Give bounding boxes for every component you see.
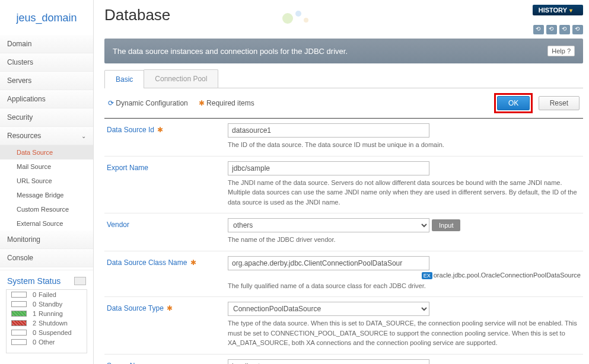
nav-clusters[interactable]: Clusters — [0, 53, 93, 72]
label-ds-type: Data Source Type ✱ — [107, 302, 219, 348]
desc-class-name: The fully qualified name of a data sourc… — [228, 281, 581, 291]
nav-monitoring[interactable]: Monitoring — [0, 231, 93, 249]
nav-servers[interactable]: Servers — [0, 72, 93, 90]
input-class-name[interactable] — [228, 256, 429, 270]
nav-domain[interactable]: Domain — [0, 35, 93, 53]
example-class-name: EXoracle.jdbc.pool.OracleConnectionPoolD… — [228, 272, 581, 279]
desc-vendor: The name of the JDBC driver vendor. — [228, 235, 581, 245]
select-ds-type[interactable]: ConnectionPoolDataSource — [228, 302, 429, 316]
input-export-name[interactable] — [228, 161, 429, 175]
help-button[interactable]: Help ? — [547, 46, 575, 56]
decorative-bubbles — [282, 8, 308, 24]
monitor-icon[interactable] — [74, 277, 86, 285]
required-legend: ✱ Required items — [199, 99, 254, 107]
select-vendor[interactable]: others — [228, 218, 429, 232]
label-server-name: Server Name — [107, 359, 219, 365]
ok-button[interactable]: OK — [497, 96, 530, 110]
page-banner: The data source instances and connection… — [104, 39, 583, 63]
refresh-icon: ⟳ — [108, 99, 114, 107]
system-status-title: System Status — [0, 270, 93, 289]
status-row-shutdown: 2Shutdown — [11, 318, 84, 328]
sidebar-item-external-source[interactable]: External Source — [0, 216, 93, 231]
vendor-input-button[interactable]: Input — [432, 219, 460, 231]
status-row-other: 0Other — [11, 337, 84, 347]
chevron-down-icon: ⌄ — [81, 133, 86, 139]
label-vendor: Vendor — [107, 218, 219, 245]
sidebar-item-mail-source[interactable]: Mail Source — [0, 159, 93, 174]
sidebar-item-message-bridge[interactable]: Message Bridge — [0, 188, 93, 202]
page-title: Database — [104, 0, 583, 27]
status-row-running: 1Running — [11, 309, 84, 318]
desc-ds-type: The type of the data source. When this i… — [228, 318, 581, 348]
nav-resources-label: Resources — [7, 132, 41, 140]
desc-export-name: The JNDI name of the data source. Server… — [228, 178, 581, 207]
nav-applications[interactable]: Applications — [0, 90, 93, 108]
label-data-source-id: Data Source Id ✱ — [107, 123, 219, 150]
tab-connection-pool[interactable]: Connection Pool — [144, 69, 218, 88]
banner-text: The data source instances and connection… — [113, 47, 348, 56]
status-row-failed: 0Failed — [11, 290, 84, 299]
sidebar-item-data-source[interactable]: Data Source — [0, 145, 93, 159]
label-class-name: Data Source Class Name ✱ — [107, 256, 219, 291]
sidebar-item-custom-resource[interactable]: Custom Resource — [0, 202, 93, 216]
reset-button[interactable]: Reset — [539, 96, 580, 110]
required-icon: ✱ — [199, 99, 205, 107]
ok-highlight-box: OK — [494, 93, 533, 113]
desc-data-source-id: The ID of the data source. The data sour… — [228, 140, 581, 150]
status-row-standby: 0Standby — [11, 299, 84, 309]
status-row-suspended: 0Suspended — [11, 328, 84, 337]
system-status-list: 0Failed 0Standby 1Running 2Shutdown 0Sus… — [6, 289, 87, 353]
tab-basic[interactable]: Basic — [104, 70, 144, 88]
input-data-source-id[interactable] — [228, 123, 429, 138]
sidebar-item-url-source[interactable]: URL Source — [0, 174, 93, 188]
nav-security[interactable]: Security — [0, 108, 93, 127]
input-server-name[interactable] — [228, 359, 429, 365]
dynamic-config-legend: ⟳ Dynamic Configuration — [108, 99, 188, 107]
nav-resources[interactable]: Resources ⌄ — [0, 127, 93, 145]
domain-title: jeus_domain — [0, 6, 93, 35]
nav-console[interactable]: Console — [0, 249, 93, 267]
label-export-name: Export Name — [107, 161, 219, 207]
